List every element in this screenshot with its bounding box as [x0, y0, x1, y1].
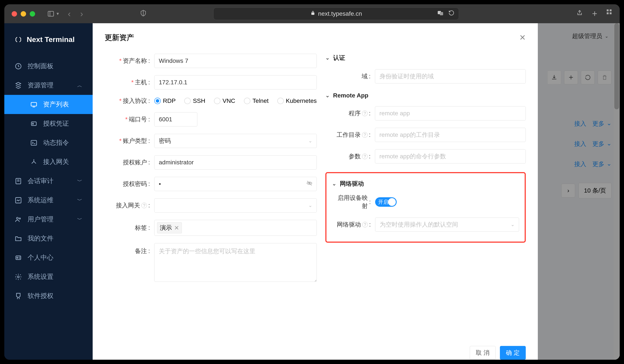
share-icon[interactable] — [576, 9, 583, 19]
auth-account-input[interactable] — [154, 155, 317, 170]
app-body: Next Terminal 控制面板 资源管理 ︿ 资产列表 授权凭证 动 — [4, 23, 620, 360]
program-input[interactable] — [375, 106, 526, 120]
protocol-vnc[interactable]: VNC — [214, 97, 235, 104]
sidebar-item-credentials[interactable]: 授权凭证 — [4, 114, 93, 133]
sidebar-item-label: 用户管理 — [27, 215, 53, 224]
chevron-down-icon: ⌄ — [308, 203, 312, 208]
protocol-radios: RDP SSH VNC Telnet Kubernetes — [154, 97, 317, 104]
sidebar-toggle-button[interactable]: ▼ — [47, 10, 60, 17]
sidebar-item-gateway[interactable]: 接入网关 — [4, 152, 93, 171]
host-input[interactable] — [154, 75, 317, 90]
tags-input[interactable]: 演示 ✕ — [154, 220, 317, 236]
sidebar-item-asset-list[interactable]: 资产列表 — [4, 95, 93, 114]
sidebar-item-label: 动态指令 — [43, 138, 69, 147]
svg-rect-14 — [31, 140, 37, 145]
remove-tag-icon[interactable]: ✕ — [174, 224, 179, 231]
app-title: Next Terminal — [27, 35, 75, 44]
protocol-telnet[interactable]: Telnet — [244, 97, 269, 104]
new-tab-icon[interactable]: + — [592, 9, 597, 19]
chevron-down-icon: ▼ — [56, 12, 60, 16]
sidebar-item-resource[interactable]: 资源管理 ︿ — [4, 76, 93, 95]
close-icon[interactable]: ✕ — [519, 33, 526, 42]
sidebar-item-label: 会话审计 — [27, 177, 53, 185]
app-logo[interactable]: Next Terminal — [4, 35, 93, 57]
sidebar-item-label: 控制面板 — [27, 62, 53, 70]
network-drive-section-header[interactable]: ⌄ 网络驱动 — [332, 180, 519, 188]
form-left-column: *资产名称 : *主机 : *接入协议 : RDP SSH — [105, 54, 317, 337]
asset-name-input[interactable] — [154, 54, 317, 68]
protocol-ssh[interactable]: SSH — [184, 97, 205, 104]
modal-header: 更新资产 ✕ — [93, 23, 538, 49]
modal-footer: 取 消 确 定 — [93, 342, 538, 360]
update-asset-modal: 更新资产 ✕ *资产名称 : *主机 : — [93, 23, 538, 360]
help-icon[interactable]: ? — [362, 222, 368, 228]
sidebar-item-label: 资产列表 — [43, 100, 69, 109]
url-bar[interactable]: next.typesafe.cn — [213, 7, 459, 20]
sidebar-item-dashboard[interactable]: 控制面板 — [4, 57, 93, 76]
tag: 演示 ✕ — [157, 222, 182, 233]
gateway-select[interactable]: ⌄ — [154, 198, 317, 213]
reload-icon[interactable] — [448, 10, 454, 18]
protocol-rdp[interactable]: RDP — [154, 97, 176, 104]
svg-line-27 — [307, 181, 312, 185]
network-drive-select[interactable]: 为空时使用操作人的默认空间 ⌄ — [375, 218, 519, 232]
chevron-down-icon: ⌄ — [325, 55, 330, 61]
sidebar-item-license[interactable]: 软件授权 — [4, 286, 93, 305]
sidebar-item-files[interactable]: 我的文件 — [4, 229, 93, 248]
sidebar: Next Terminal 控制面板 资源管理 ︿ 资产列表 授权凭证 动 — [4, 23, 93, 360]
domain-input[interactable] — [375, 69, 526, 84]
help-icon[interactable]: ? — [362, 132, 368, 138]
account-type-select[interactable]: 密码 ⌄ — [154, 134, 317, 148]
sidebar-item-ops[interactable]: 系统运维 ﹀ — [4, 191, 93, 210]
port-input[interactable] — [154, 112, 197, 127]
help-icon[interactable]: ? — [362, 154, 368, 159]
sidebar-item-label: 接入网关 — [43, 158, 69, 166]
sidebar-item-settings[interactable]: 系统设置 — [4, 267, 93, 286]
minimize-window-button[interactable] — [21, 11, 26, 17]
svg-point-19 — [17, 217, 19, 219]
workdir-input[interactable] — [375, 128, 526, 142]
url-text: next.typesafe.cn — [318, 10, 362, 17]
tabs-icon[interactable] — [606, 9, 612, 19]
ok-button[interactable]: 确 定 — [500, 346, 526, 360]
help-icon[interactable]: ? — [141, 203, 147, 208]
params-input[interactable] — [375, 149, 526, 163]
chevron-down-icon: ⌄ — [308, 138, 312, 144]
chevron-down-icon: ﹀ — [77, 197, 82, 204]
browser-window: ▼ ‹ › next.typesafe.cn — [4, 4, 620, 360]
auth-password-input[interactable] — [154, 177, 317, 191]
titlebar: ▼ ‹ › next.typesafe.cn — [4, 4, 620, 23]
translate-icon[interactable] — [437, 10, 444, 18]
svg-rect-6 — [610, 9, 612, 11]
remote-app-section-header[interactable]: ⌄ Remote App — [325, 92, 526, 99]
svg-point-25 — [17, 276, 19, 278]
maximize-window-button[interactable] — [30, 11, 35, 17]
protocol-kubernetes[interactable]: Kubernetes — [277, 97, 317, 104]
help-icon[interactable]: ? — [362, 111, 368, 116]
eye-off-icon[interactable] — [306, 180, 312, 188]
sidebar-item-label: 我的文件 — [27, 234, 53, 243]
sidebar-item-label: 系统设置 — [27, 272, 53, 281]
back-button[interactable]: ‹ — [68, 9, 71, 19]
sidebar-item-label: 授权凭证 — [43, 119, 69, 128]
sidebar-item-label: 资源管理 — [27, 81, 53, 90]
svg-point-20 — [19, 218, 21, 219]
main-content: 超级管理员 ⌄ + 操作 — [93, 23, 620, 360]
cancel-button[interactable]: 取 消 — [470, 346, 495, 360]
remark-textarea[interactable] — [154, 243, 317, 282]
sidebar-item-users[interactable]: 用户管理 ﹀ — [4, 210, 93, 229]
sidebar-item-label: 软件授权 — [27, 292, 53, 300]
shield-icon[interactable] — [140, 10, 147, 18]
sidebar-item-session-audit[interactable]: 会话审计 ﹀ — [4, 171, 93, 191]
auth-section-header[interactable]: ⌄ 认证 — [325, 54, 526, 62]
chevron-up-icon: ︿ — [77, 82, 82, 89]
sidebar-item-profile[interactable]: 个人中心 — [4, 248, 93, 267]
svg-rect-7 — [607, 12, 609, 14]
sidebar-item-commands[interactable]: 动态指令 — [4, 133, 93, 152]
chevron-down-icon: ⌄ — [511, 222, 515, 228]
svg-rect-5 — [607, 9, 609, 11]
svg-rect-8 — [610, 12, 612, 14]
device-mapping-switch[interactable]: 开启 — [375, 197, 397, 207]
forward-button[interactable]: › — [80, 9, 83, 19]
close-window-button[interactable] — [12, 11, 17, 17]
